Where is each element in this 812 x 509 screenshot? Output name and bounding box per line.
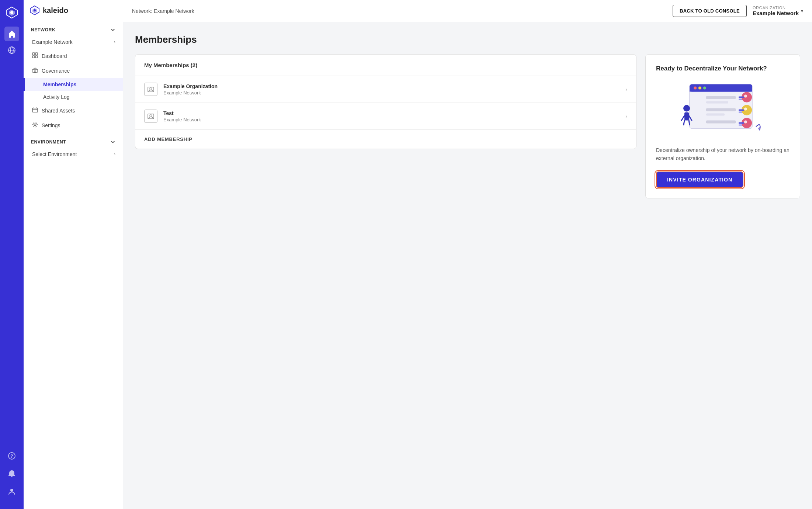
icon-bar: ? bbox=[0, 0, 24, 509]
svg-rect-15 bbox=[35, 56, 38, 58]
svg-point-19 bbox=[34, 124, 36, 126]
illustration bbox=[656, 80, 790, 139]
svg-point-47 bbox=[683, 105, 690, 112]
svg-rect-42 bbox=[739, 99, 742, 100]
sidebar-item-select-environment[interactable]: Select Environment › bbox=[24, 148, 123, 161]
header-right: BACK TO OLD CONSOLE ORGANIZATION Example… bbox=[673, 5, 803, 17]
svg-point-39 bbox=[744, 108, 747, 111]
sidebar-item-shared-assets[interactable]: Shared Assets bbox=[24, 103, 123, 118]
membership-item-0[interactable]: Example Organization Example Network › bbox=[135, 76, 636, 103]
sidebar-item-label: Example Network bbox=[32, 39, 73, 45]
sidebar-item-settings[interactable]: Settings bbox=[24, 118, 123, 133]
add-membership-button[interactable]: ADD MEMBERSHIP bbox=[135, 130, 636, 149]
svg-point-21 bbox=[150, 88, 152, 90]
decentralize-description: Decentralize ownership of your network b… bbox=[656, 146, 790, 163]
logo-area[interactable] bbox=[4, 4, 20, 21]
membership-info-0: Example Organization Example Network bbox=[163, 83, 620, 96]
svg-rect-14 bbox=[32, 56, 35, 58]
home-icon[interactable] bbox=[4, 27, 19, 41]
org-selector[interactable]: ORGANIZATION Example Network ▾ bbox=[753, 6, 803, 16]
dashboard-icon bbox=[32, 52, 38, 60]
svg-rect-30 bbox=[706, 96, 736, 99]
sidebar-item-example-network[interactable]: Example Network › bbox=[24, 35, 123, 49]
select-environment-label: Select Environment bbox=[32, 151, 77, 157]
membership-item-1[interactable]: Test Example Network › bbox=[135, 103, 636, 130]
membership-icon-1 bbox=[144, 110, 157, 123]
membership-name-1: Test bbox=[163, 110, 620, 116]
membership-info-1: Test Example Network bbox=[163, 110, 620, 122]
svg-rect-41 bbox=[739, 97, 744, 98]
svg-point-40 bbox=[744, 121, 747, 124]
memberships-card-header: My Memberships (2) bbox=[135, 55, 636, 76]
user-icon[interactable] bbox=[4, 484, 19, 499]
header-network-label: Network: Example Network bbox=[132, 8, 194, 14]
activity-log-label: Activity Log bbox=[43, 94, 70, 100]
svg-rect-48 bbox=[684, 112, 689, 121]
governance-icon bbox=[32, 67, 38, 75]
chevron-right-icon-env: › bbox=[114, 152, 115, 157]
svg-rect-12 bbox=[32, 53, 35, 55]
sidebar-item-activity-log[interactable]: Activity Log bbox=[24, 91, 123, 103]
svg-rect-33 bbox=[706, 114, 725, 116]
page-body: Memberships My Memberships (2) Example O… bbox=[123, 22, 812, 509]
svg-point-38 bbox=[744, 95, 747, 98]
svg-point-23 bbox=[150, 115, 152, 117]
environment-section-header: ENVIRONMENT bbox=[24, 133, 123, 148]
decentralize-card: Ready to Decentralize Your Network? bbox=[645, 54, 800, 198]
invite-organization-button[interactable]: INVITE ORGANIZATION bbox=[656, 172, 743, 188]
svg-line-52 bbox=[689, 121, 690, 125]
org-section-label: ORGANIZATION bbox=[753, 6, 799, 10]
kaleido-logo[interactable]: kaleido bbox=[24, 0, 123, 21]
org-selector-info: ORGANIZATION Example Network bbox=[753, 6, 799, 16]
membership-network-1: Example Network bbox=[163, 117, 620, 122]
sidebar-item-dashboard[interactable]: Dashboard bbox=[24, 49, 123, 63]
membership-network-0: Example Network bbox=[163, 90, 620, 96]
org-chevron-down-icon: ▾ bbox=[801, 8, 803, 14]
svg-rect-44 bbox=[739, 112, 742, 113]
bell-icon[interactable] bbox=[4, 466, 19, 481]
sidebar: kaleido NETWORK Example Network › Dashbo… bbox=[24, 0, 123, 509]
decentralize-title: Ready to Decentralize Your Network? bbox=[656, 65, 767, 72]
cards-row: My Memberships (2) Example Organization … bbox=[135, 54, 800, 198]
help-icon[interactable]: ? bbox=[4, 449, 19, 463]
memberships-card: My Memberships (2) Example Organization … bbox=[135, 54, 636, 149]
svg-rect-31 bbox=[706, 101, 728, 104]
membership-chevron-0: › bbox=[625, 86, 627, 92]
sidebar-item-memberships[interactable]: Memberships bbox=[24, 78, 123, 91]
svg-point-2 bbox=[10, 11, 13, 14]
svg-point-11 bbox=[34, 9, 36, 11]
back-to-old-console-button[interactable]: BACK TO OLD CONSOLE bbox=[673, 5, 747, 17]
membership-chevron-1: › bbox=[625, 113, 627, 119]
shared-assets-icon bbox=[32, 107, 38, 114]
svg-rect-18 bbox=[32, 108, 38, 112]
shared-assets-label: Shared Assets bbox=[42, 108, 75, 114]
svg-rect-26 bbox=[690, 89, 752, 92]
svg-rect-34 bbox=[706, 121, 736, 124]
bottom-icons: ? bbox=[4, 449, 19, 505]
memberships-label: Memberships bbox=[43, 82, 76, 87]
svg-rect-16 bbox=[33, 70, 37, 73]
membership-name-0: Example Organization bbox=[163, 83, 620, 89]
org-name: Example Network bbox=[753, 10, 799, 16]
network-section-header: NETWORK bbox=[24, 21, 123, 35]
svg-point-29 bbox=[703, 87, 706, 90]
svg-rect-13 bbox=[35, 53, 38, 55]
svg-line-49 bbox=[681, 116, 684, 121]
globe-icon[interactable] bbox=[4, 43, 19, 58]
svg-line-51 bbox=[684, 121, 684, 125]
membership-icon-0 bbox=[144, 83, 157, 96]
svg-rect-45 bbox=[739, 122, 744, 124]
main-content: Network: Example Network BACK TO OLD CON… bbox=[123, 0, 812, 509]
governance-label: Governance bbox=[42, 68, 70, 74]
page-title: Memberships bbox=[135, 34, 800, 45]
svg-point-8 bbox=[10, 489, 13, 492]
sidebar-item-governance[interactable]: Governance bbox=[24, 63, 123, 78]
svg-text:?: ? bbox=[10, 453, 13, 459]
svg-point-28 bbox=[698, 87, 701, 90]
chevron-right-icon: › bbox=[114, 39, 115, 45]
header: Network: Example Network BACK TO OLD CON… bbox=[123, 0, 812, 22]
svg-rect-46 bbox=[739, 125, 742, 126]
svg-rect-43 bbox=[739, 110, 744, 111]
svg-rect-32 bbox=[706, 108, 736, 111]
settings-label: Settings bbox=[42, 122, 60, 128]
